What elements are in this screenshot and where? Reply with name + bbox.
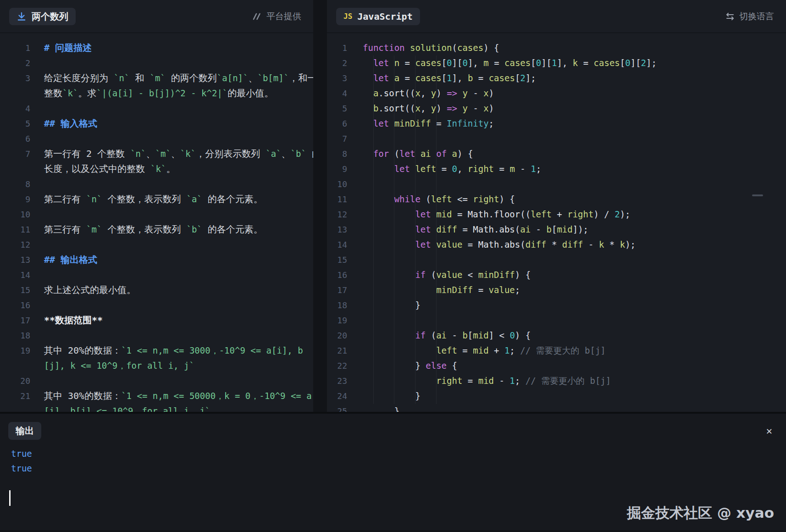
editor-line: 21其中 30%的数据：`1 <= n,m <= 50000，k = 0，-10… bbox=[0, 388, 313, 404]
editor-line: 7 bbox=[327, 131, 786, 146]
line-number: 21 bbox=[0, 388, 30, 404]
line-number: 11 bbox=[0, 222, 30, 237]
line-number: 7 bbox=[327, 131, 347, 146]
editor-line: 20 if (ai - b[mid] < 0) { bbox=[327, 328, 786, 343]
panel-divider bbox=[313, 0, 327, 412]
editor-line: 22 } else { bbox=[327, 358, 786, 373]
scrollbar-thumb[interactable] bbox=[752, 194, 763, 196]
line-number: 2 bbox=[327, 55, 347, 71]
editor-line: [i], b[j] <= 10^9，for all i, j` bbox=[0, 404, 313, 412]
editor-line: 9第二行有 `n` 个整数，表示数列 `a` 的各个元素。 bbox=[0, 192, 313, 207]
editor-line: 8 bbox=[0, 177, 313, 192]
editor-line: 13 let diff = Math.abs(ai - b[mid]); bbox=[327, 222, 786, 237]
output-panel: 输出 ✕ truetrue 掘金技术社区 @ xyao bbox=[0, 412, 786, 530]
line-number: 13 bbox=[0, 252, 30, 267]
editor-line: 8 for (let ai of a) { bbox=[327, 146, 786, 161]
editor-line: 18 bbox=[0, 328, 313, 343]
line-number: 9 bbox=[0, 192, 30, 207]
line-number: 16 bbox=[327, 267, 347, 283]
editor-line: 3 let a = cases[1], b = cases[2]; bbox=[327, 71, 786, 86]
swap-icon bbox=[725, 12, 735, 21]
line-number bbox=[0, 404, 30, 412]
editor-line: 12 bbox=[0, 237, 313, 252]
line-number: 17 bbox=[327, 283, 347, 298]
line-content bbox=[347, 313, 363, 328]
line-number: 3 bbox=[327, 71, 347, 86]
line-content bbox=[30, 373, 44, 388]
problem-header: 两个数列 平台提供 bbox=[0, 0, 313, 33]
line-content bbox=[30, 237, 44, 252]
watermark: 掘金技术社区 @ xyao bbox=[627, 504, 774, 523]
problem-editor[interactable]: 1# 问题描述23给定长度分别为 `n` 和 `m` 的两个数列`a[n]`、`… bbox=[0, 33, 313, 412]
line-content bbox=[30, 101, 44, 116]
line-content: 给定长度分别为 `n` 和 `m` 的两个数列`a[n]`、`b[m]`，和一个 bbox=[30, 71, 313, 86]
line-number: 21 bbox=[327, 343, 347, 358]
editor-line: 25 } bbox=[327, 404, 786, 412]
line-content bbox=[30, 298, 44, 313]
problem-panel: 两个数列 平台提供 1# 问题描述23给定长度分别为 `n` 和 `m` 的两个… bbox=[0, 0, 313, 412]
output-header: 输出 ✕ bbox=[8, 422, 774, 440]
code-header: JS JavaScript 切换语言 bbox=[327, 0, 786, 33]
line-number bbox=[0, 161, 30, 177]
switch-language-button[interactable]: 切换语言 bbox=[725, 11, 774, 22]
editor-line: 11 while (left <= right) { bbox=[327, 192, 786, 207]
editor-line: 10 bbox=[327, 177, 786, 192]
editor-split: 两个数列 平台提供 1# 问题描述23给定长度分别为 `n` 和 `m` 的两个… bbox=[0, 0, 786, 412]
close-icon[interactable]: ✕ bbox=[764, 424, 774, 438]
line-content: function solution(cases) { bbox=[347, 40, 499, 55]
line-number: 12 bbox=[327, 207, 347, 222]
line-number: 18 bbox=[327, 298, 347, 313]
line-number: 19 bbox=[327, 313, 347, 328]
line-number: 24 bbox=[327, 388, 347, 404]
line-content: if (ai - b[mid] < 0) { bbox=[347, 328, 531, 343]
switch-language-text: 切换语言 bbox=[739, 11, 774, 22]
editor-line: 11第三行有 `m` 个整数，表示数列 `b` 的各个元素。 bbox=[0, 222, 313, 237]
indent-guide bbox=[415, 55, 415, 404]
line-content: **数据范围** bbox=[30, 313, 103, 328]
editor-line: 4 a.sort((x, y) => y - x) bbox=[327, 86, 786, 101]
editor-line: 18 } bbox=[327, 298, 786, 313]
download-icon bbox=[17, 11, 27, 22]
line-number: 11 bbox=[327, 192, 347, 207]
line-content bbox=[30, 55, 44, 71]
console-output[interactable]: truetrue bbox=[8, 446, 774, 476]
line-number: 12 bbox=[0, 237, 30, 252]
editor-line: 4 bbox=[0, 101, 313, 116]
problem-tab[interactable]: 两个数列 bbox=[9, 8, 76, 25]
editor-line: 17**数据范围** bbox=[0, 313, 313, 328]
platform-provided-text: 平台提供 bbox=[266, 11, 301, 22]
editor-line: 5 b.sort((x, y) => y - x) bbox=[327, 101, 786, 116]
code-editor[interactable]: 1function solution(cases) {2 let n = cas… bbox=[327, 33, 786, 412]
line-content: let mid = Math.floor((left + right) / 2)… bbox=[347, 207, 631, 222]
editor-line: 2 bbox=[0, 55, 313, 71]
line-content: 求上述公式的最小值。 bbox=[30, 283, 136, 298]
output-tab[interactable]: 输出 bbox=[8, 422, 41, 440]
editor-line: 2 let n = cases[0][0], m = cases[0][1], … bbox=[327, 55, 786, 71]
line-number: 20 bbox=[0, 373, 30, 388]
line-number: 5 bbox=[327, 101, 347, 116]
editor-line: 6 bbox=[0, 131, 313, 146]
language-tab[interactable]: JS JavaScript bbox=[336, 8, 420, 25]
editor-line: 14 let value = Math.abs(diff * diff - k … bbox=[327, 237, 786, 252]
line-number: 17 bbox=[0, 313, 30, 328]
line-number: 13 bbox=[327, 222, 347, 237]
editor-line: 整数`k`。求`|(a[i] - b[j])^2 - k^2|`的最小值。 bbox=[0, 86, 313, 101]
line-number: 15 bbox=[0, 283, 30, 298]
editor-line: 6 let minDiff = Infinity; bbox=[327, 116, 786, 131]
editor-line: 15 bbox=[327, 252, 786, 267]
line-content: } bbox=[347, 298, 421, 313]
line-content: 第一行有 2 个整数 `n`、`m`、`k`，分别表示数列 `a`、`b` 的 bbox=[30, 146, 313, 161]
line-number bbox=[0, 86, 30, 101]
line-number: 8 bbox=[0, 177, 30, 192]
line-content bbox=[347, 177, 363, 192]
line-number: 1 bbox=[327, 40, 347, 55]
editor-line: 3给定长度分别为 `n` 和 `m` 的两个数列`a[n]`、`b[m]`，和一… bbox=[0, 71, 313, 86]
line-content bbox=[30, 177, 44, 192]
line-number: 4 bbox=[327, 86, 347, 101]
editor-line: 20 bbox=[0, 373, 313, 388]
line-number: 23 bbox=[327, 373, 347, 388]
editor-line: 长度，以及公式中的整数 `k`。 bbox=[0, 161, 313, 177]
line-content: while (left <= right) { bbox=[347, 192, 515, 207]
line-content bbox=[347, 131, 363, 146]
line-content: if (value < minDiff) { bbox=[347, 267, 531, 283]
